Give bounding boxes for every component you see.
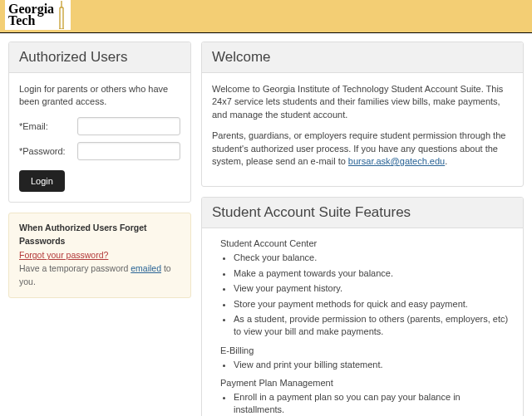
welcome-panel: Welcome Welcome to Georgia Institute of … (201, 42, 524, 187)
password-input[interactable] (77, 142, 180, 160)
features-panel: Student Account Suite Features Student A… (201, 197, 524, 416)
login-panel-title: Authorized Users (9, 42, 190, 73)
header-band: Georgia Tech (0, 0, 532, 33)
eb-list: View and print your billing statement. (212, 359, 513, 371)
help-text: Have a temporary password emailed to you… (19, 262, 180, 289)
list-item: View and print your billing statement. (234, 359, 513, 371)
email-input[interactable] (77, 117, 180, 135)
tower-icon (56, 1, 67, 29)
welcome-p1: Welcome to Georgia Institute of Technolo… (212, 83, 513, 121)
email-label: *Email: (19, 121, 77, 131)
ppm-list: Enroll in a payment plan so you can pay … (212, 391, 513, 416)
right-column: Welcome Welcome to Georgia Institute of … (201, 42, 524, 416)
list-item: Enroll in a payment plan so you can pay … (234, 391, 513, 416)
help-title: When Authorized Users Forget Passwords (19, 222, 180, 248)
login-intro: Login for parents or others who have bee… (19, 83, 180, 109)
list-item: As a student, provide permission to othe… (234, 313, 513, 339)
emailed-link[interactable]: emailed (131, 263, 161, 273)
logo-line2: Tech (8, 13, 35, 27)
list-item: Store your payment methods for quick and… (234, 298, 513, 311)
forgot-password-link[interactable]: Forgot your password? (19, 250, 108, 260)
left-column: Authorized Users Login for parents or ot… (8, 42, 191, 298)
ppm-head: Payment Plan Management (220, 378, 513, 388)
welcome-p2: Parents, guardians, or employers require… (212, 130, 513, 168)
features-title: Student Account Suite Features (202, 198, 523, 228)
logo: Georgia Tech (5, 0, 71, 30)
sac-list: Check your balance. Make a payment towar… (212, 252, 513, 338)
content-area: Authorized Users Login for parents or ot… (0, 33, 532, 416)
list-item: Make a payment towards your balance. (234, 267, 513, 280)
login-panel: Authorized Users Login for parents or ot… (8, 42, 191, 203)
password-label: *Password: (19, 146, 77, 156)
logo-text: Georgia Tech (8, 3, 54, 26)
list-item: Check your balance. (234, 252, 513, 264)
eb-head: E-Billing (220, 345, 513, 355)
help-text-pre: Have a temporary password (19, 263, 131, 273)
login-button[interactable]: Login (19, 170, 65, 192)
welcome-p2-post: . (445, 156, 447, 166)
welcome-title: Welcome (202, 42, 523, 73)
sac-head: Student Account Center (220, 238, 513, 248)
help-panel: When Authorized Users Forget Passwords F… (8, 213, 191, 298)
list-item: View your payment history. (234, 282, 513, 295)
contact-email-link[interactable]: bursar.ask@gatech.edu (348, 156, 445, 166)
